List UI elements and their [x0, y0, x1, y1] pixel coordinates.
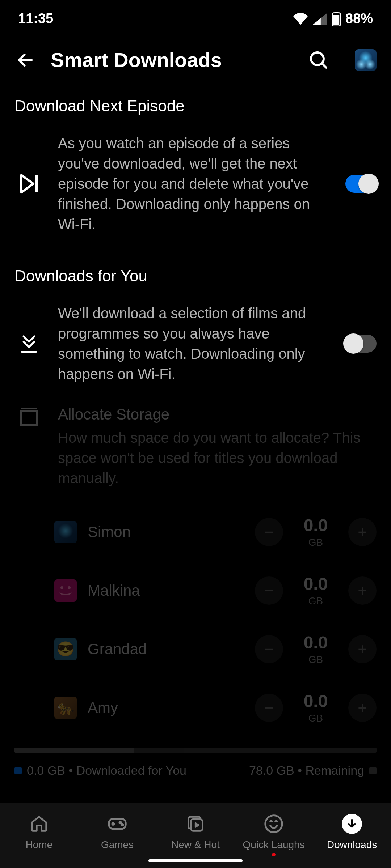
increase-button[interactable]: + — [348, 518, 377, 546]
nav-home[interactable]: Home — [3, 814, 75, 851]
storage-value: 0.0 GB — [294, 574, 337, 607]
gesture-bar — [148, 859, 243, 862]
back-button[interactable] — [14, 49, 36, 71]
storage-value: 0.0 GB — [294, 633, 337, 665]
profile-name: Amy — [88, 699, 244, 716]
legend-remaining: 78.0 GB • Remaining — [249, 763, 377, 778]
svg-point-15 — [122, 824, 123, 826]
status-right: 88% — [293, 11, 373, 26]
wifi-icon — [293, 13, 308, 25]
nav-downloads[interactable]: Downloads — [316, 814, 388, 851]
toggle-for-you[interactable] — [345, 335, 377, 353]
section-title: Download Next Episode — [14, 97, 377, 115]
profile-avatar-malkina — [54, 579, 77, 602]
profile-name: Simon — [88, 523, 244, 541]
profile-row: Grandad − 0.0 GB + — [54, 620, 377, 678]
new-hot-icon — [185, 814, 206, 834]
swatch-grey — [369, 767, 377, 774]
setting-row-for-you: We'll download a selection of films and … — [14, 303, 377, 384]
nav-new-hot[interactable]: New & Hot — [159, 814, 232, 851]
next-episode-icon — [14, 171, 43, 197]
profile-row: Simon − 0.0 GB + — [54, 503, 377, 561]
quick-laughs-icon — [264, 814, 284, 834]
games-icon — [107, 814, 127, 834]
svg-line-5 — [322, 63, 326, 68]
allocate-title: Allocate Storage — [58, 406, 377, 423]
storage-legend: 0.0 GB • Downloaded for You 78.0 GB • Re… — [0, 760, 391, 781]
legend-downloaded: 0.0 GB • Downloaded for You — [14, 763, 186, 778]
svg-point-18 — [265, 816, 282, 833]
status-bar: 11:35 88% — [0, 0, 391, 34]
profile-avatar-grandad — [54, 638, 77, 660]
app-header: Smart Downloads — [0, 34, 391, 86]
svg-marker-17 — [196, 823, 199, 827]
setting-description: As you watch an episode of a series you'… — [58, 133, 331, 234]
svg-marker-6 — [21, 175, 33, 192]
bottom-nav: Home Games New & Hot Quick Laughs Downlo… — [0, 803, 391, 868]
profile-row: Malkina − 0.0 GB + — [54, 561, 377, 620]
section-download-next: Download Next Episode As you watch an ep… — [0, 86, 391, 234]
increase-button[interactable]: + — [348, 635, 377, 663]
toggle-next-episode[interactable] — [345, 175, 377, 193]
allocate-description: How much space do you want to allocate? … — [58, 427, 377, 488]
profiles-list: Simon − 0.0 GB + Malkina − 0.0 GB + Gran… — [0, 503, 391, 737]
page-title: Smart Downloads — [51, 48, 293, 72]
decrease-button[interactable]: − — [255, 576, 283, 605]
search-icon — [308, 50, 329, 70]
setting-row-next-episode: As you watch an episode of a series you'… — [14, 133, 377, 234]
svg-point-14 — [119, 822, 121, 824]
nav-games[interactable]: Games — [81, 814, 154, 851]
home-icon — [29, 814, 49, 834]
svg-rect-2 — [333, 15, 339, 25]
downloads-for-you-icon — [14, 333, 43, 354]
arrow-left-icon — [16, 51, 35, 69]
profile-avatar[interactable] — [355, 49, 377, 71]
storage-value: 0.0 GB — [294, 515, 337, 548]
profile-name: Malkina — [88, 582, 244, 599]
downloads-icon — [342, 814, 362, 834]
battery-icon — [332, 12, 341, 26]
increase-button[interactable]: + — [348, 694, 377, 722]
profile-avatar-simon — [54, 521, 77, 543]
nav-quick-laughs[interactable]: Quick Laughs — [237, 814, 310, 851]
storage-icon — [14, 406, 43, 427]
storage-value: 0.0 GB — [294, 691, 337, 724]
profile-row: Amy − 0.0 GB + — [54, 678, 377, 737]
svg-rect-9 — [21, 411, 37, 425]
increase-button[interactable]: + — [348, 576, 377, 605]
section-title: Downloads for You — [14, 267, 377, 285]
storage-bar — [14, 748, 377, 753]
decrease-button[interactable]: − — [255, 635, 283, 663]
signal-icon — [313, 13, 327, 25]
section-downloads-for-you: Downloads for You We'll download a selec… — [0, 256, 391, 488]
search-button[interactable] — [308, 49, 329, 71]
allocate-storage-row: Allocate Storage How much space do you w… — [14, 406, 377, 488]
battery-percent: 88% — [345, 11, 373, 26]
profile-name: Grandad — [88, 641, 244, 658]
storage-bar-used — [14, 748, 134, 753]
status-time: 11:35 — [18, 11, 53, 26]
notification-dot — [272, 853, 276, 856]
decrease-button[interactable]: − — [255, 518, 283, 546]
swatch-blue — [14, 767, 22, 774]
profile-avatar-amy — [54, 697, 77, 719]
setting-description: We'll download a selection of films and … — [58, 303, 331, 384]
decrease-button[interactable]: − — [255, 694, 283, 722]
